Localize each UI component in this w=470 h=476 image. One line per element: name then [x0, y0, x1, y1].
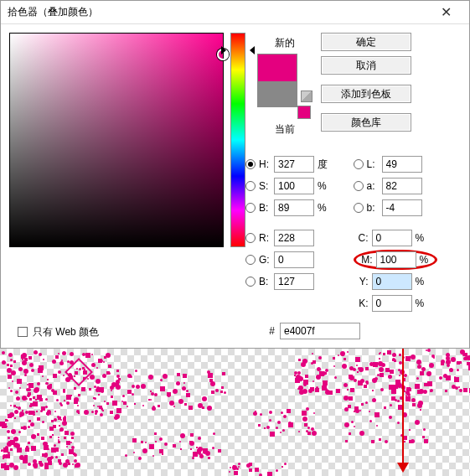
hue-slider[interactable]: [230, 33, 245, 247]
color-swatch: [257, 54, 297, 107]
label-blab: b:: [367, 202, 382, 214]
saturation-value-field[interactable]: [9, 33, 224, 247]
unit-k: %: [416, 298, 429, 309]
label-brgb: B:: [259, 276, 274, 287]
unit-y: %: [416, 276, 429, 287]
radio-r[interactable]: [245, 233, 256, 243]
input-m[interactable]: [376, 251, 416, 268]
radio-a[interactable]: [354, 181, 364, 191]
radio-bhsb[interactable]: [245, 203, 256, 213]
unit-bhsb: %: [318, 202, 331, 214]
hex-hash: #: [269, 325, 275, 337]
input-g[interactable]: [274, 251, 314, 268]
window-title: 拾色器（叠加颜色）: [8, 5, 429, 19]
input-bhsb[interactable]: [274, 199, 314, 216]
current-label: 当前: [275, 122, 295, 137]
new-label: 新的: [275, 36, 295, 50]
input-hex[interactable]: [280, 323, 360, 339]
label-g: G:: [259, 254, 274, 266]
radio-blab[interactable]: [354, 203, 364, 213]
radio-g[interactable]: [245, 255, 256, 265]
unit-m: %: [420, 254, 433, 266]
add-to-swatches-button[interactable]: 添加到色板: [321, 85, 411, 103]
unit-s: %: [318, 180, 331, 192]
swatch-current: [258, 81, 297, 107]
input-a[interactable]: [382, 178, 422, 194]
m-highlight: M:%: [354, 250, 437, 270]
annotation-arrow: [402, 349, 404, 466]
annotation-arrowhead: [397, 463, 409, 473]
radio-s[interactable]: [245, 181, 256, 191]
input-s[interactable]: [274, 178, 314, 194]
cube-icon[interactable]: [301, 91, 312, 102]
ok-button[interactable]: 确定: [321, 33, 411, 51]
mini-swatch[interactable]: [297, 106, 311, 119]
radio-brgb[interactable]: [245, 277, 256, 287]
label-r: R:: [259, 232, 274, 244]
input-blab[interactable]: [382, 199, 422, 216]
label-l: L:: [367, 158, 382, 170]
input-c[interactable]: [372, 230, 412, 246]
label-a: a:: [367, 180, 382, 192]
swatch-new: [258, 54, 297, 81]
label-c: C:: [354, 232, 369, 244]
radio-h[interactable]: [245, 159, 256, 169]
label-bhsb: B:: [259, 202, 274, 214]
label-k: K:: [354, 298, 369, 309]
web-only-label: 只有 Web 颜色: [33, 325, 99, 339]
input-h[interactable]: [274, 156, 314, 173]
input-k[interactable]: [372, 295, 412, 312]
close-button[interactable]: ✕: [429, 1, 462, 24]
canvas-preview: CSDN @沧海一笑-dj: [0, 349, 470, 476]
web-only-checkbox[interactable]: [18, 327, 28, 337]
unit-h: 度: [318, 158, 331, 172]
label-y: Y:: [354, 276, 369, 287]
label-s: S:: [259, 180, 274, 192]
input-brgb[interactable]: [274, 273, 314, 290]
color-libraries-button[interactable]: 颜色库: [321, 113, 411, 132]
input-r[interactable]: [274, 230, 314, 246]
radio-l[interactable]: [354, 159, 364, 169]
cancel-button[interactable]: 取消: [321, 56, 411, 75]
input-y[interactable]: [372, 273, 412, 290]
input-l[interactable]: [382, 156, 422, 173]
unit-c: %: [416, 232, 429, 244]
label-m: M:: [358, 254, 373, 266]
label-h: H:: [259, 158, 274, 170]
